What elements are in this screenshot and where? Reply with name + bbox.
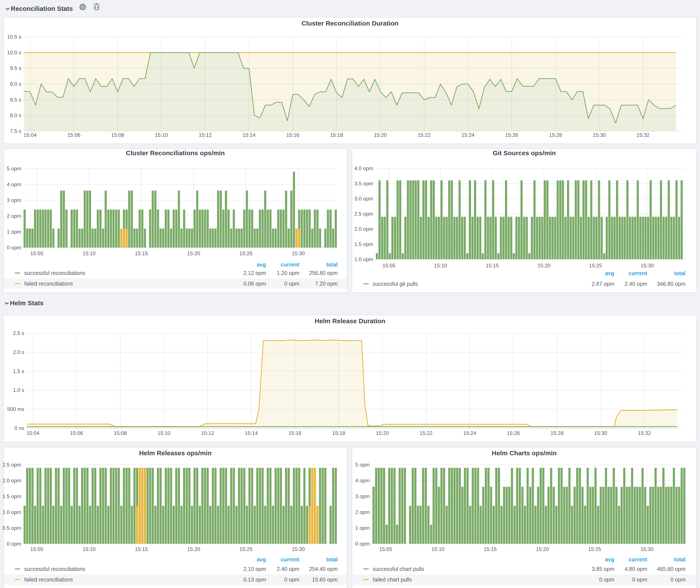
svg-text:15:10: 15:10 bbox=[83, 250, 96, 256]
svg-text:15:20: 15:20 bbox=[376, 430, 389, 436]
svg-text:1 opm: 1 opm bbox=[7, 229, 21, 235]
svg-text:15:15: 15:15 bbox=[135, 546, 148, 552]
svg-text:15:18: 15:18 bbox=[332, 430, 345, 436]
svg-text:0 opm: 0 opm bbox=[7, 245, 21, 250]
svg-text:1 opm: 1 opm bbox=[355, 525, 370, 531]
svg-text:15:04: 15:04 bbox=[24, 132, 37, 138]
svg-text:4.0 opm: 4.0 opm bbox=[354, 165, 373, 171]
svg-text:8.0 s: 8.0 s bbox=[10, 112, 21, 118]
svg-text:15:22: 15:22 bbox=[419, 430, 432, 436]
svg-text:10.0 s: 10.0 s bbox=[7, 50, 21, 55]
svg-text:15:20: 15:20 bbox=[537, 263, 550, 268]
svg-text:2.87 opm: 2.87 opm bbox=[592, 281, 614, 287]
svg-text:15:05: 15:05 bbox=[30, 250, 43, 256]
svg-text:15:16: 15:16 bbox=[289, 430, 302, 436]
svg-text:2.40 opm: 2.40 opm bbox=[277, 566, 299, 572]
svg-text:15:20: 15:20 bbox=[536, 546, 549, 552]
svg-text:Cluster Reconciliation Duratio: Cluster Reconciliation Duration bbox=[302, 20, 398, 27]
svg-text:4 opm: 4 opm bbox=[355, 478, 370, 483]
svg-text:1.0 s: 1.0 s bbox=[13, 387, 24, 393]
svg-text:15.60 opm: 15.60 opm bbox=[312, 577, 338, 583]
svg-text:avg: avg bbox=[257, 262, 266, 268]
svg-text:3.85 opm: 3.85 opm bbox=[592, 566, 614, 572]
svg-text:15:30: 15:30 bbox=[292, 546, 305, 552]
svg-text:10.5 s: 10.5 s bbox=[7, 34, 21, 40]
svg-text:2 opm: 2 opm bbox=[7, 213, 21, 219]
svg-text:0.5 opm: 0.5 opm bbox=[2, 525, 21, 531]
svg-text:3.0 opm: 3.0 opm bbox=[354, 196, 373, 202]
svg-text:15:15: 15:15 bbox=[486, 263, 499, 268]
svg-text:15:25: 15:25 bbox=[588, 546, 601, 552]
svg-text:failed reconciliations: failed reconciliations bbox=[24, 281, 73, 287]
svg-text:2.0 opm: 2.0 opm bbox=[2, 478, 21, 483]
svg-text:254.40 opm: 254.40 opm bbox=[309, 566, 338, 572]
svg-text:15:06: 15:06 bbox=[70, 430, 83, 436]
svg-text:7.20 opm: 7.20 opm bbox=[315, 281, 338, 287]
svg-text:15:24: 15:24 bbox=[463, 430, 476, 436]
svg-text:15:14: 15:14 bbox=[245, 430, 258, 436]
svg-text:15:30: 15:30 bbox=[292, 250, 305, 256]
svg-text:0 opm: 0 opm bbox=[599, 577, 614, 583]
svg-text:15:24: 15:24 bbox=[461, 132, 474, 138]
svg-text:0 opm: 0 opm bbox=[284, 577, 299, 583]
svg-text:2.12 opm: 2.12 opm bbox=[244, 270, 266, 276]
svg-text:15:04: 15:04 bbox=[26, 430, 39, 436]
svg-text:3.5 opm: 3.5 opm bbox=[354, 181, 373, 186]
svg-text:256.80 opm: 256.80 opm bbox=[309, 270, 338, 276]
svg-text:15:22: 15:22 bbox=[418, 132, 431, 138]
svg-text:15:10: 15:10 bbox=[155, 132, 168, 138]
svg-text:0 opm: 0 opm bbox=[284, 281, 299, 287]
svg-text:Helm Releases ops/min: Helm Releases ops/min bbox=[139, 449, 211, 457]
svg-text:0.13 opm: 0.13 opm bbox=[244, 577, 266, 583]
svg-text:2.10 opm: 2.10 opm bbox=[244, 566, 266, 572]
svg-text:9.5 s: 9.5 s bbox=[10, 65, 21, 71]
svg-text:2.5 opm: 2.5 opm bbox=[2, 462, 21, 468]
svg-text:0 opm: 0 opm bbox=[355, 541, 370, 547]
svg-text:15:12: 15:12 bbox=[201, 430, 214, 436]
svg-text:15:10: 15:10 bbox=[431, 546, 444, 552]
svg-text:15:10: 15:10 bbox=[434, 263, 447, 268]
svg-text:15:20: 15:20 bbox=[187, 546, 200, 552]
svg-text:500 ms: 500 ms bbox=[7, 406, 24, 412]
svg-text:current: current bbox=[629, 270, 647, 276]
svg-text:total: total bbox=[674, 270, 685, 276]
svg-text:2.0 opm: 2.0 opm bbox=[354, 226, 373, 232]
svg-text:15:32: 15:32 bbox=[638, 430, 651, 436]
svg-text:15:26: 15:26 bbox=[505, 132, 518, 138]
svg-text:total: total bbox=[326, 262, 338, 268]
svg-text:15:12: 15:12 bbox=[199, 132, 212, 138]
svg-text:current: current bbox=[629, 556, 647, 562]
svg-text:15:10: 15:10 bbox=[83, 546, 96, 552]
svg-text:1.0 opm: 1.0 opm bbox=[354, 256, 373, 262]
svg-text:current: current bbox=[281, 556, 300, 562]
svg-text:successful reconciliations: successful reconciliations bbox=[24, 566, 85, 572]
svg-text:Cluster Reconciliations ops/mi: Cluster Reconciliations ops/min bbox=[126, 149, 225, 157]
svg-text:1.5 opm: 1.5 opm bbox=[2, 493, 21, 499]
svg-text:15:08: 15:08 bbox=[114, 430, 127, 436]
svg-text:4.80 opm: 4.80 opm bbox=[625, 566, 647, 572]
svg-text:0 opm: 0 opm bbox=[671, 577, 685, 583]
svg-text:15:32: 15:32 bbox=[637, 132, 650, 138]
svg-text:5 opm: 5 opm bbox=[7, 166, 21, 171]
svg-text:15:20: 15:20 bbox=[187, 250, 200, 256]
svg-text:successful chart pulls: successful chart pulls bbox=[373, 566, 424, 572]
svg-text:15:28: 15:28 bbox=[549, 132, 562, 138]
svg-text:successful reconciliations: successful reconciliations bbox=[24, 270, 85, 276]
svg-text:Git Sources ops/min: Git Sources ops/min bbox=[493, 149, 556, 157]
svg-text:15:15: 15:15 bbox=[484, 546, 497, 552]
svg-text:15:26: 15:26 bbox=[507, 430, 520, 436]
svg-text:failed chart pulls: failed chart pulls bbox=[373, 577, 412, 583]
svg-text:346.80 opm: 346.80 opm bbox=[657, 281, 685, 287]
svg-text:7.5 s: 7.5 s bbox=[10, 128, 21, 134]
svg-text:0.06 opm: 0.06 opm bbox=[244, 281, 266, 287]
svg-text:successful git pulls: successful git pulls bbox=[373, 281, 418, 287]
svg-text:15:25: 15:25 bbox=[239, 546, 252, 552]
svg-text:avg: avg bbox=[605, 270, 614, 276]
svg-text:15:10: 15:10 bbox=[157, 430, 170, 436]
svg-text:15:15: 15:15 bbox=[135, 250, 148, 256]
svg-text:1.5 s: 1.5 s bbox=[13, 368, 24, 374]
svg-text:1.0 opm: 1.0 opm bbox=[2, 509, 21, 515]
svg-text:15:05: 15:05 bbox=[30, 546, 43, 552]
svg-text:avg: avg bbox=[605, 556, 614, 562]
svg-text:0 ns: 0 ns bbox=[15, 425, 24, 431]
